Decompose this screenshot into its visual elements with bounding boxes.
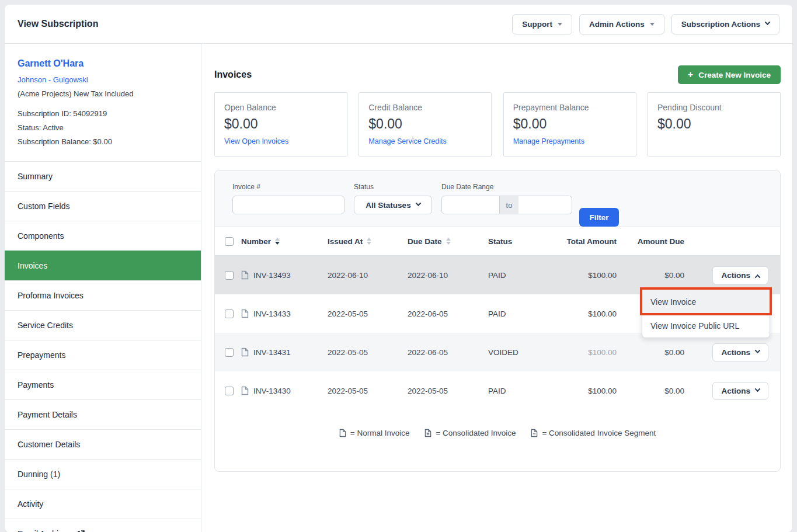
manage-prepayments-link[interactable]: Manage Prepayments	[513, 137, 627, 145]
card-value: $0.00	[657, 116, 771, 132]
customer-block: Garnett O'Hara Johnson - Gulgowski (Acme…	[5, 44, 201, 161]
sort-icon	[446, 238, 451, 245]
sidebar-item-customer-details[interactable]: Customer Details	[5, 429, 201, 459]
external-link-icon	[77, 530, 85, 532]
card-value: $0.00	[513, 116, 627, 132]
issued-at: 2022-05-05	[328, 387, 408, 395]
issued-at: 2022-06-10	[328, 271, 408, 280]
credit-balance-card: Credit Balance $0.00 Manage Service Cred…	[359, 92, 492, 157]
due-date: 2022-05-05	[408, 387, 488, 395]
create-new-invoice-button[interactable]: + Create New Invoice	[678, 65, 781, 84]
chevron-down-icon	[755, 386, 761, 392]
row-checkbox[interactable]	[225, 348, 234, 357]
card-label: Credit Balance	[368, 103, 482, 112]
header-actions: Support Admin Actions Subscription Actio…	[512, 14, 779, 34]
sidebar-item-prepayments[interactable]: Prepayments	[5, 340, 201, 370]
actions-dropdown-menu: View Invoice View Invoice Public URL	[642, 289, 770, 338]
due-date-to-input[interactable]	[518, 196, 572, 214]
actions-button[interactable]: Actions	[712, 343, 768, 361]
column-header-total-amount: Total Amount	[561, 237, 617, 246]
sidebar-item-invoices[interactable]: Invoices	[5, 251, 201, 280]
view-open-invoices-link[interactable]: View Open Invoices	[224, 137, 337, 145]
date-range-separator: to	[500, 196, 518, 214]
status-value: VOIDED	[488, 348, 561, 357]
due-date: 2022-06-05	[408, 310, 488, 318]
column-header-issued-at[interactable]: Issued At	[328, 237, 371, 246]
due-date-from-input[interactable]	[441, 196, 500, 214]
status-value: PAID	[488, 387, 561, 395]
column-header-due-date[interactable]: Due Date	[408, 237, 451, 246]
table-row: INV-13431 2022-05-05 2022-06-05 VOIDED $…	[215, 333, 780, 371]
support-button[interactable]: Support	[512, 14, 572, 34]
column-header-number[interactable]: Number	[241, 237, 280, 246]
select-all-checkbox[interactable]	[225, 237, 234, 246]
status-value: PAID	[488, 310, 561, 318]
invoices-panel: Invoice # Status All Statuses Due Date R…	[214, 170, 781, 472]
menu-item-view-invoice[interactable]: View Invoice	[642, 290, 770, 314]
status-select[interactable]: All Statuses	[354, 196, 432, 214]
row-checkbox[interactable]	[225, 310, 234, 318]
invoice-number: INV-13433	[253, 310, 291, 318]
normal-invoice-icon	[241, 270, 249, 280]
prepayment-balance-card: Prepayment Balance $0.00 Manage Prepayme…	[503, 92, 636, 157]
sidebar-item-payment-details[interactable]: Payment Details	[5, 399, 201, 429]
subscription-status: Status: Active	[18, 123, 188, 132]
admin-actions-button[interactable]: Admin Actions	[579, 14, 664, 34]
table-header: Number Issued At Due Date	[215, 227, 780, 256]
sort-icon	[275, 238, 280, 245]
normal-invoice-icon	[241, 347, 249, 357]
sidebar-item-email-archives[interactable]: Email Archives	[5, 519, 201, 532]
card-label: Open Balance	[224, 103, 337, 112]
row-checkbox[interactable]	[225, 271, 234, 280]
amount-due: $0.00	[617, 387, 684, 395]
support-button-label: Support	[522, 20, 552, 29]
issued-at: 2022-05-05	[328, 348, 408, 357]
sidebar-item-service-credits[interactable]: Service Credits	[5, 310, 201, 340]
sidebar-item-summary[interactable]: Summary	[5, 161, 201, 191]
invoice-number: INV-13430	[253, 387, 291, 395]
sidebar-item-custom-fields[interactable]: Custom Fields	[5, 191, 201, 221]
consolidated-invoice-icon	[424, 429, 431, 437]
caret-down-icon	[558, 23, 562, 26]
invoice-number-label: Invoice #	[232, 183, 344, 191]
chevron-up-icon	[755, 274, 761, 280]
manage-service-credits-link[interactable]: Manage Service Credits	[368, 137, 482, 145]
sidebar-item-proforma-invoices[interactable]: Proforma Invoices	[5, 280, 201, 310]
invoice-number-input[interactable]	[232, 196, 344, 214]
consolidated-invoice-segment-icon	[531, 429, 538, 437]
plus-icon: +	[688, 70, 693, 79]
sort-icon	[367, 238, 371, 245]
customer-seller-link[interactable]: Johnson - Gulgowski	[18, 75, 188, 84]
amount-due: $0.00	[617, 271, 684, 280]
legend-consolidated-invoice: = Consolidated Invoice	[424, 429, 516, 437]
page-title: View Subscription	[18, 19, 98, 29]
section-title: Invoices	[214, 69, 252, 80]
card-label: Pending Discount	[657, 103, 771, 112]
menu-item-view-invoice-public-url[interactable]: View Invoice Public URL	[642, 314, 770, 338]
view-subscription-page: View Subscription Support Admin Actions …	[5, 5, 792, 532]
legend-consolidated-invoice-segment: = Consolidated Invoice Segment	[531, 429, 656, 437]
balance-cards: Open Balance $0.00 View Open Invoices Cr…	[214, 92, 781, 157]
admin-actions-button-label: Admin Actions	[589, 20, 645, 29]
row-checkbox[interactable]	[225, 387, 234, 395]
filter-button[interactable]: Filter	[579, 208, 619, 227]
customer-name-link[interactable]: Garnett O'Hara	[18, 58, 188, 69]
page-header: View Subscription Support Admin Actions …	[5, 5, 792, 44]
status-label: Status	[354, 183, 432, 191]
sidebar-item-payments[interactable]: Payments	[5, 370, 201, 399]
actions-button[interactable]: Actions	[712, 382, 768, 400]
invoice-type-legend: = Normal Invoice = Consolidated Invoice …	[215, 429, 780, 437]
legend-normal-invoice: = Normal Invoice	[339, 429, 410, 437]
normal-invoice-icon	[339, 429, 346, 437]
subscription-actions-button[interactable]: Subscription Actions	[671, 14, 779, 34]
sidebar-item-dunning[interactable]: Dunning (1)	[5, 459, 201, 489]
card-label: Prepayment Balance	[513, 103, 627, 112]
pending-discount-card: Pending Discount $0.00	[648, 92, 781, 157]
chevron-down-icon	[755, 347, 761, 353]
sidebar-item-activity[interactable]: Activity	[5, 489, 201, 519]
create-new-invoice-label: Create New Invoice	[698, 71, 771, 79]
actions-button[interactable]: Actions	[712, 266, 768, 284]
due-date-range-label: Due Date Range	[441, 183, 572, 191]
sidebar: Garnett O'Hara Johnson - Gulgowski (Acme…	[5, 44, 201, 532]
sidebar-item-components[interactable]: Components	[5, 221, 201, 251]
